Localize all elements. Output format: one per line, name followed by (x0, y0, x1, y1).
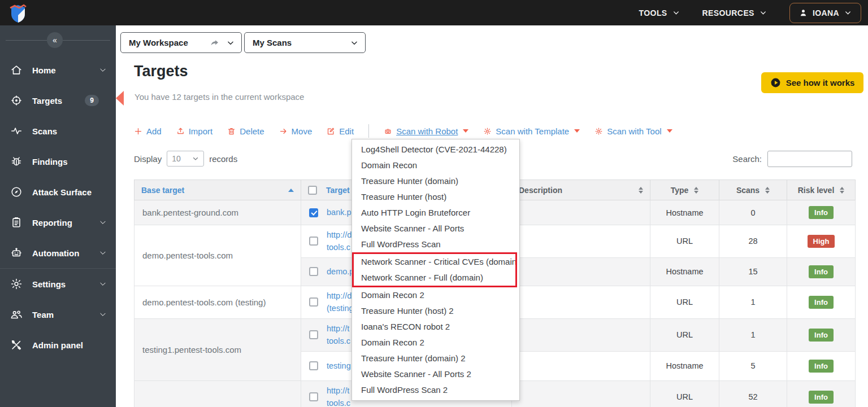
delete-label: Delete (240, 126, 264, 136)
menu-item[interactable]: Full WordPress Scan 2 (352, 382, 519, 398)
sidebar-item-label: Settings (32, 279, 99, 289)
gear-icon (594, 127, 603, 135)
gear-icon (483, 127, 492, 135)
see-how-it-works-button[interactable]: See how it works (761, 72, 863, 93)
scan-with-tool-button[interactable]: Scan with Tool (594, 126, 672, 136)
add-button[interactable]: Add (134, 126, 162, 136)
risk-cell: High (787, 225, 856, 258)
row-checkbox[interactable] (309, 392, 318, 401)
edit-button[interactable]: Edit (327, 126, 354, 136)
sidebar-item-targets[interactable]: Targets 9 (0, 85, 116, 116)
sidebar-item-findings[interactable]: Findings (0, 146, 116, 177)
row-checkbox[interactable] (309, 237, 318, 246)
user-name: IOANA (813, 8, 839, 17)
menu-item[interactable]: Domain Recon (352, 157, 519, 173)
scan-with-robot-button[interactable]: Scan with Robot (384, 126, 468, 136)
column-header-type[interactable]: Type (650, 180, 719, 200)
column-header-description[interactable]: Description (512, 180, 650, 200)
sidebar-item-reporting[interactable]: Reporting (0, 207, 116, 238)
pencil-square-icon (327, 127, 335, 135)
risk-cell: Info (787, 286, 856, 318)
description-cell (512, 225, 650, 258)
menu-item[interactable]: Ioana's RECON robot 2 (352, 319, 519, 335)
topbar: TOOLS RESOURCES IOANA (0, 0, 868, 25)
sidebar-item-attack-surface[interactable]: Attack Surface (0, 177, 116, 207)
move-label: Move (292, 126, 313, 136)
column-header-scans[interactable]: Scans (719, 180, 787, 200)
menu-item[interactable]: Website Scanner - All Ports (352, 221, 519, 237)
sidebar-item-label: Findings (32, 157, 107, 167)
chevron-down-icon (844, 9, 852, 16)
workspace-selector[interactable]: My Workspace (120, 32, 242, 53)
scans-selector[interactable]: My Scans (244, 32, 366, 53)
sidebar-item-team[interactable]: Team (0, 299, 116, 330)
menu-item[interactable]: Auto HTTP Login Bruteforcer (352, 205, 519, 221)
menu-item[interactable]: Treasure Hunter (domain) 2 (352, 351, 519, 366)
highlight-annotation-box: Network Scanner - Critical CVEs (domain)… (352, 252, 517, 287)
target-link[interactable]: http://dtools.c (327, 229, 351, 254)
scan-with-robot-menu: Log4Shell Detector (CVE-2021-44228) Doma… (351, 139, 520, 401)
sidebar-item-settings[interactable]: Settings (0, 269, 116, 299)
target-icon (10, 94, 23, 107)
row-checkbox[interactable] (309, 267, 318, 276)
menu-item[interactable]: Full WordPress Scan (352, 237, 519, 252)
type-cell: URL (650, 225, 719, 258)
team-icon (10, 308, 23, 321)
toolbar-divider (368, 124, 369, 138)
menu-item[interactable]: Domain Recon 2 (352, 335, 519, 351)
target-link[interactable]: http://ttools.c (327, 322, 350, 348)
menu-item[interactable]: Log4Shell Detector (CVE-2021-44228) (352, 142, 519, 157)
risk-cell: Info (787, 318, 856, 351)
row-checkbox[interactable] (309, 361, 318, 370)
move-button[interactable]: Move (279, 126, 313, 136)
import-button[interactable]: Import (176, 126, 213, 136)
resources-menu[interactable]: RESOURCES (702, 8, 767, 17)
delete-button[interactable]: Delete (227, 126, 264, 136)
sidebar-item-label: Home (32, 65, 99, 75)
tools-menu[interactable]: TOOLS (639, 8, 680, 17)
target-link[interactable]: bank.p (327, 206, 351, 218)
scan-template-label: Scan with Template (496, 126, 569, 136)
menu-item[interactable]: Website Scanner - All Ports 2 (352, 366, 519, 382)
column-header-risk-level[interactable]: Risk level (787, 180, 856, 200)
sidebar-item-automation[interactable]: Automation (0, 238, 116, 268)
row-checkbox[interactable] (309, 208, 318, 217)
menu-item[interactable]: Treasure Hunter (domain) (352, 173, 519, 189)
add-label: Add (146, 126, 162, 136)
sidebar-item-label: Admin panel (32, 340, 107, 350)
menu-item[interactable]: Treasure Hunter (host) (352, 189, 519, 205)
scan-with-template-button[interactable]: Scan with Template (483, 126, 580, 136)
compass-icon (10, 186, 23, 198)
risk-badge: Info (809, 360, 834, 373)
sidebar-item-label: Automation (32, 248, 99, 258)
menu-item[interactable]: Network Scanner - Full (domain) (354, 270, 515, 286)
page-size-select[interactable]: 10 (167, 151, 204, 167)
row-checkbox[interactable] (309, 330, 318, 339)
description-cell (512, 351, 650, 380)
sidebar-item-home[interactable]: Home (0, 55, 116, 85)
pulse-icon (10, 125, 23, 137)
target-link[interactable]: demo.p (327, 265, 354, 278)
menu-item[interactable]: Network Scanner - Critical CVEs (domain) (354, 254, 515, 270)
sidebar-collapse-button[interactable]: « (47, 32, 63, 48)
search-input[interactable] (767, 151, 852, 167)
user-menu-button[interactable]: IOANA (789, 3, 861, 23)
description-cell (512, 200, 650, 225)
chevron-down-icon (99, 310, 107, 318)
description-cell (512, 380, 650, 407)
type-cell: Hostname (650, 351, 719, 380)
sidebar-item-admin-panel[interactable]: Admin panel (0, 330, 116, 360)
menu-item[interactable]: Treasure Hunter (host) 2 (352, 303, 519, 319)
sidebar-item-scans[interactable]: Scans (0, 116, 116, 146)
type-cell: URL (650, 380, 719, 407)
target-link[interactable]: http://d(testing (327, 290, 354, 315)
target-link[interactable]: testing (327, 360, 351, 372)
chevron-down-icon (227, 39, 235, 47)
sidebar-item-label: Attack Surface (32, 187, 107, 197)
column-header-base-target[interactable]: Base target (134, 180, 301, 200)
menu-item[interactable]: Domain Recon 2 (352, 287, 519, 303)
app-logo-icon[interactable] (7, 2, 29, 24)
row-checkbox[interactable] (309, 297, 318, 307)
target-link[interactable]: http://ttools.c (327, 384, 350, 407)
select-all-checkbox[interactable] (308, 186, 317, 195)
